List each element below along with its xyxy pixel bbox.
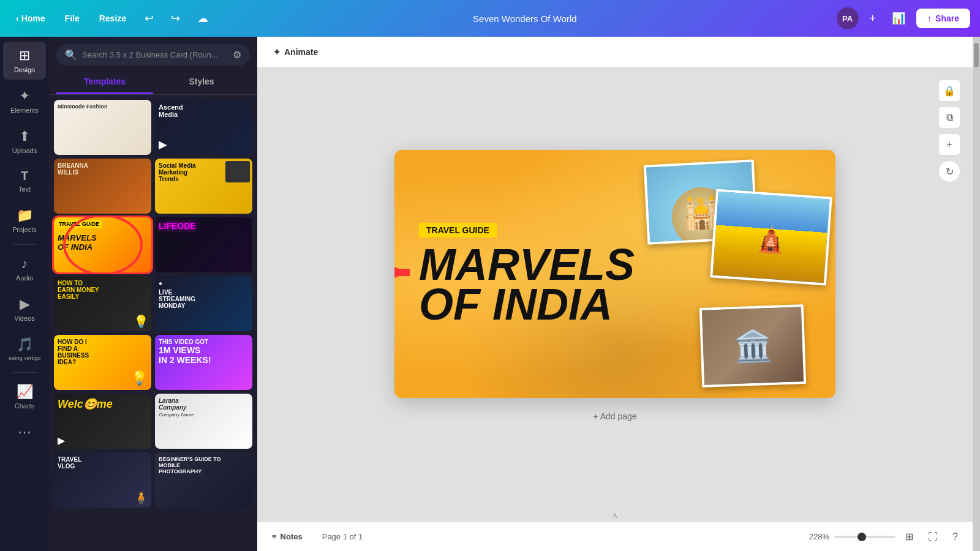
animate-button[interactable]: ✦ Animate (267, 43, 324, 61)
tab-styles[interactable]: Styles (153, 70, 250, 94)
template-card-earn-money[interactable]: HOW TOEARN MONEYEASILY 💡 (54, 276, 151, 331)
help-button[interactable]: ? (948, 529, 963, 545)
add-page-tool-button[interactable]: + (938, 133, 960, 156)
uploads-icon: ⬆ (19, 129, 30, 144)
template-card-breanna[interactable]: BREANNAWILLIS (54, 159, 151, 214)
bottom-toolbar: ≡ Notes Page 1 of 1 228% ⊞ ⛶ ? (257, 522, 973, 551)
sidebar: ⊞ Design ✦ Elements ⬆ Uploads T Text 📁 P… (0, 37, 49, 551)
template-card-business-idea[interactable]: HOW DO IFIND ABUSINESSIDEA? 💡 (54, 335, 151, 390)
canvas-toolbar: ✦ Animate (257, 37, 973, 67)
templates-panel: 🔍 ⚙ Templates Styles Minsmode Fashion (49, 37, 257, 551)
videos-icon: ▶ (20, 296, 30, 312)
sidebar-item-uploads[interactable]: ⬆ Uploads (3, 122, 46, 160)
page-indicator: Page 1 of 1 (322, 532, 363, 541)
document-title: Seven Wonders Of World (473, 13, 577, 24)
sidebar-divider-2 (12, 372, 37, 373)
templates-grid: Minsmode Fashion AscendMedia ▶ BREANNAWI… (49, 95, 257, 551)
back-icon: ‹ (16, 13, 19, 23)
template-card-larana[interactable]: LaranaCompanyCompany Name (155, 394, 252, 449)
add-page-button[interactable]: + Add page (581, 405, 649, 427)
template-card-welcome[interactable]: Welc😊me ▶ (54, 394, 151, 449)
home-back-button[interactable]: ‹ Home (10, 10, 51, 27)
tab-templates[interactable]: Templates (56, 70, 153, 94)
template-card-live-streaming[interactable]: ● LIVESTREAMINGMONDAY (155, 276, 252, 331)
music-icon: 🎵 (17, 337, 33, 353)
canvas-tools: 🔒 ⧉ + ↻ (938, 80, 960, 182)
audio-icon: ♪ (21, 256, 28, 272)
search-input[interactable] (82, 50, 228, 59)
file-button[interactable]: File (59, 10, 86, 27)
sidebar-item-projects[interactable]: 📁 Projects (3, 201, 46, 239)
zoom-controls: 228% ⊞ ⛶ ? (809, 528, 963, 545)
golden-temple-image (712, 191, 829, 282)
add-collaborator-button[interactable]: + (865, 10, 881, 28)
animate-icon: ✦ (273, 47, 281, 57)
share-button[interactable]: ↑ Share (916, 9, 970, 28)
template-card-marvels[interactable]: TRAVEL GUIDE MARVELSOF INDIA (54, 217, 151, 272)
scroll-bottom-indicator: ∧ (257, 509, 973, 522)
duplicate-button[interactable]: ⧉ (938, 107, 960, 129)
canvas-area: ✦ Animate 🔒 ⧉ + ↻ (257, 37, 973, 551)
lock-button[interactable]: 🔒 (938, 80, 960, 102)
notes-icon: ≡ (272, 532, 277, 541)
canvas-container: 🔒 ⧉ + ↻ (257, 67, 973, 509)
charts-icon: 📈 (17, 384, 33, 400)
zoom-slider[interactable] (834, 536, 895, 538)
cloud-save-button[interactable]: ☁ (192, 8, 213, 29)
resize-button[interactable]: Resize (93, 10, 132, 27)
sidebar-item-audio[interactable]: ♪ Audio (3, 250, 46, 288)
resize-label: Resize (99, 13, 126, 23)
temple-image: 🏛️ (702, 307, 804, 385)
elements-icon: ✦ (19, 88, 30, 104)
arrow-svg (394, 248, 419, 297)
template-card-1m-views[interactable]: THIS VIDEO GOT1M VIEWSIN 2 WEEKS! (155, 335, 252, 390)
filter-button[interactable]: ⚙ (233, 49, 241, 61)
sidebar-item-videos[interactable]: ▶ Videos (3, 290, 46, 328)
zoom-level: 228% (809, 532, 829, 541)
text-icon: T (21, 169, 28, 183)
share-icon: ↑ (927, 13, 932, 23)
template-card-1[interactable]: Minsmode Fashion (54, 100, 151, 155)
travel-guide-badge-small: TRAVEL GUIDE (56, 220, 102, 228)
projects-icon: 📁 (17, 208, 33, 223)
template-card-travel-vlog[interactable]: TRAVELVLOG 🧍 (54, 452, 151, 508)
home-label: Home (21, 13, 45, 23)
undo-button[interactable]: ↩ (140, 8, 159, 29)
vertical-scrollbar[interactable] (973, 37, 980, 551)
user-avatar[interactable]: PA (837, 7, 859, 29)
canvas-frame[interactable]: TRAVEL GUIDE MARVELS OF INDIA (394, 150, 835, 398)
sidebar-item-design[interactable]: ⊞ Design (3, 42, 46, 80)
grid-view-button[interactable]: ⊞ (900, 528, 918, 545)
sidebar-item-text[interactable]: T Text (3, 163, 46, 199)
notes-button[interactable]: ≡ Notes (267, 530, 307, 544)
sidebar-item-swing-vertigo[interactable]: 🎵 swing vertigo (3, 331, 46, 367)
template-card-2[interactable]: AscendMedia ▶ (155, 100, 252, 155)
more-icon: ⋯ (18, 424, 31, 440)
template-card-purple[interactable]: LIFEODE (155, 217, 252, 272)
analytics-button[interactable]: 📊 (887, 9, 910, 28)
template-card-mobile-photography[interactable]: BEGINNER'S GUIDE TOMOBILEPHOTOGRAPHY (155, 452, 252, 508)
design-icon: ⊞ (19, 48, 30, 64)
redo-button[interactable]: ↪ (166, 8, 185, 29)
travel-guide-badge: TRAVEL GUIDE (419, 223, 497, 238)
fullscreen-button[interactable]: ⛶ (923, 529, 943, 545)
sidebar-item-more[interactable]: ⋯ (3, 418, 46, 446)
photo-temple-sculpture: 🏛️ (699, 304, 806, 388)
photo-golden-temple (710, 189, 832, 285)
search-icon: 🔍 (65, 49, 77, 61)
scrollbar-thumb (974, 43, 979, 67)
file-label: File (65, 13, 80, 23)
sidebar-divider (12, 244, 37, 245)
template-card-social-media[interactable]: Social MediaMarketingTrends (155, 159, 252, 214)
panel-tabs: Templates Styles (49, 70, 257, 95)
canvas-photos: 🏛️ (621, 156, 835, 392)
panel-search-area: 🔍 ⚙ (49, 37, 257, 70)
sidebar-item-charts[interactable]: 📈 Charts (3, 378, 46, 416)
sidebar-item-elements[interactable]: ✦ Elements (3, 82, 46, 120)
refresh-button[interactable]: ↻ (938, 160, 960, 182)
red-arrow (394, 248, 419, 299)
